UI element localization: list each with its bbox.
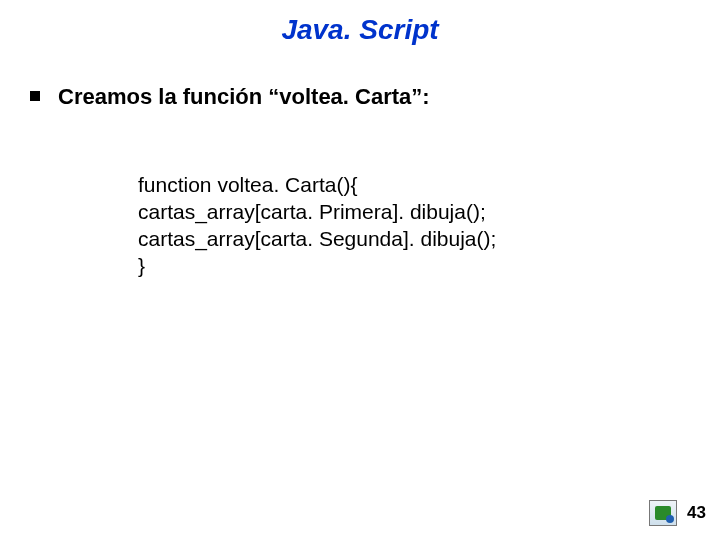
code-line: cartas_array[carta. Segunda]. dibuja(); [138, 226, 720, 253]
slide-title: Java. Script [0, 0, 720, 46]
code-line: function voltea. Carta(){ [138, 172, 720, 199]
code-line: } [138, 253, 720, 280]
code-line: cartas_array[carta. Primera]. dibuja(); [138, 199, 720, 226]
bullet-text: Creamos la función “voltea. Carta”: [58, 84, 430, 110]
code-block: function voltea. Carta(){ cartas_array[c… [138, 172, 720, 280]
presentation-logo-icon [649, 500, 677, 526]
page-number: 43 [687, 503, 706, 523]
bullet-item: Creamos la función “voltea. Carta”: [30, 84, 720, 110]
slide-footer: 43 [649, 500, 706, 526]
bullet-square-icon [30, 91, 40, 101]
